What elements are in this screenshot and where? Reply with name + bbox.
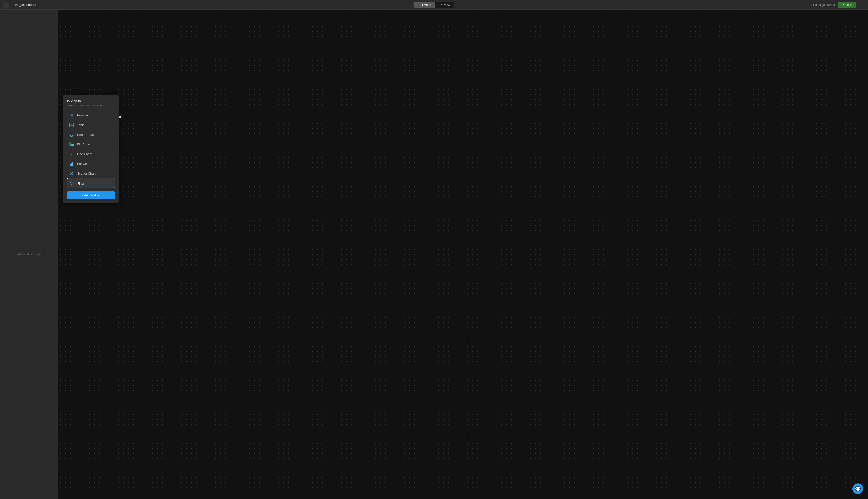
widgets-panel-subtitle: Select widgets onto the canvas [67,104,115,107]
edit-mode-button[interactable]: Edit Mode [414,2,436,8]
svg-rect-10 [71,163,72,166]
svg-marker-17 [70,182,73,185]
app-title: auth0_dashboard [12,3,36,7]
chat-button[interactable]: 💬 [853,484,863,494]
widgets-panel-title: Widgets [67,99,115,103]
chat-icon: 💬 [855,486,861,492]
scatter-chart-icon [69,171,74,176]
widget-label-bar-chart: Bar Chart [77,162,91,166]
add-widget-button[interactable]: + Add Widget [67,191,115,199]
widget-item-table[interactable]: Table [67,120,115,130]
filter-arrow-annotation [118,115,136,119]
changes-saved-label[interactable]: All changes saved [811,3,835,7]
svg-point-6 [71,134,73,135]
widget-item-line-chart[interactable]: Line Chart [67,149,115,159]
svg-point-15 [70,172,71,173]
mode-toggle: Edit Mode Preview [413,2,455,8]
left-sidebar: Select widget to edit! [0,10,58,499]
widget-item-donut-chart[interactable]: Donut Chart [67,130,115,139]
main-layout: Select widget to edit! Widgets Select wi… [0,10,868,499]
svg-point-13 [71,173,72,174]
widget-item-scatter-chart[interactable]: Scatter Chart [67,169,115,178]
widget-label-pie-chart: Pie Chart [77,143,90,146]
line-chart-icon [69,151,74,157]
widget-label-number: Number [77,113,88,117]
preview-button[interactable]: Preview [436,2,455,8]
svg-rect-9 [70,164,71,166]
widget-label-donut-chart: Donut Chart [77,133,94,136]
widget-label-table: Table [77,123,85,127]
filter-icon [69,181,74,186]
header-left: ‹ auth0_dashboard [3,2,51,8]
donut-chart-icon [69,132,74,137]
svg-marker-19 [118,116,121,118]
widget-item-bar-chart[interactable]: Bar Chart [67,159,115,169]
svg-rect-11 [72,162,73,166]
svg-point-14 [72,172,73,173]
widget-item-filter[interactable]: Filter [67,178,115,188]
widgets-panel: Widgets Select widgets onto the canvas 3… [63,95,119,203]
widget-label-filter: Filter [77,182,84,185]
widget-label-line-chart: Line Chart [77,152,92,156]
svg-rect-0 [70,123,73,127]
widget-item-number[interactable]: 38 Number [67,110,115,120]
back-button[interactable]: ‹ [3,2,9,8]
number-icon: 38 [69,112,74,118]
bar-chart-icon [69,161,74,166]
more-options-icon[interactable]: ⋮ [859,2,865,8]
svg-point-16 [72,174,73,174]
publish-button[interactable]: Publish [838,2,856,8]
back-icon: ‹ [5,3,7,7]
canvas-area[interactable]: Widgets Select widgets onto the canvas 3… [58,10,868,499]
app-header: ‹ auth0_dashboard Edit Mode Preview All … [0,0,868,10]
table-icon [69,122,74,127]
header-right: All changes saved Publish ⋮ [811,2,865,8]
pie-chart-icon [69,142,74,147]
widget-item-pie-chart[interactable]: Pie Chart [67,139,115,149]
svg-point-12 [70,174,71,175]
widget-label-scatter-chart: Scatter Chart [77,172,96,175]
sidebar-hint-text: Select widget to edit! [15,253,42,256]
